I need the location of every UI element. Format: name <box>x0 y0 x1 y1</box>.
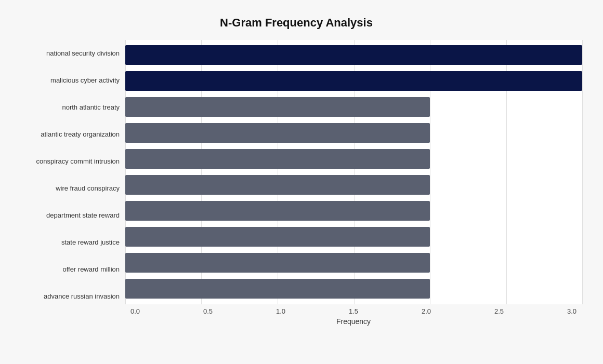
x-tick: 1.0 <box>270 307 291 315</box>
y-label: malicious cyber activity <box>50 67 120 94</box>
bar <box>125 253 430 273</box>
grid-line <box>582 40 583 304</box>
bar-row <box>125 250 582 275</box>
bar-row <box>125 224 582 249</box>
bar-row <box>125 69 582 93</box>
bar-row <box>125 172 582 197</box>
x-tick: 2.0 <box>416 307 437 315</box>
bar <box>125 175 430 195</box>
bar-row <box>125 43 582 68</box>
bar-row <box>125 198 582 223</box>
y-label: state reward justice <box>61 229 120 256</box>
y-label: atlantic treaty organization <box>41 121 120 148</box>
plot-area: 0.00.51.01.52.02.53.0 Frequency <box>125 40 582 326</box>
x-tick: 1.5 <box>343 307 364 315</box>
chart-container: N-Gram Frequency Analysis national secur… <box>5 6 598 359</box>
chart-title: N-Gram Frequency Analysis <box>10 16 582 30</box>
bar <box>125 149 430 169</box>
y-label: north atlantic treaty <box>62 94 120 121</box>
bar <box>125 201 430 221</box>
bars-region <box>125 40 582 304</box>
y-label: national security division <box>46 40 120 67</box>
x-tick: 0.0 <box>125 307 146 315</box>
bar <box>125 123 430 143</box>
chart-area: national security divisionmalicious cybe… <box>10 40 582 326</box>
y-label: advance russian invasion <box>44 283 120 310</box>
bar <box>125 97 430 117</box>
bars-wrapper <box>125 40 582 304</box>
bar-row <box>125 146 582 171</box>
x-tick: 2.5 <box>489 307 509 315</box>
bar-row <box>125 276 582 301</box>
y-labels: national security divisionmalicious cybe… <box>10 40 125 326</box>
bar <box>125 279 430 299</box>
y-label: department state reward <box>46 202 120 229</box>
bar <box>125 45 582 65</box>
bar-row <box>125 95 582 119</box>
y-label: offer reward million <box>62 256 120 283</box>
bar-row <box>125 120 582 145</box>
x-tick: 0.5 <box>198 307 218 315</box>
x-axis: 0.00.51.01.52.02.53.0 <box>125 304 582 315</box>
y-label: conspiracy commit intrusion <box>36 148 120 175</box>
x-tick: 3.0 <box>561 307 582 315</box>
bar <box>125 227 430 247</box>
bar <box>125 71 582 91</box>
x-axis-label: Frequency <box>125 317 582 326</box>
y-label: wire fraud conspiracy <box>56 175 120 202</box>
